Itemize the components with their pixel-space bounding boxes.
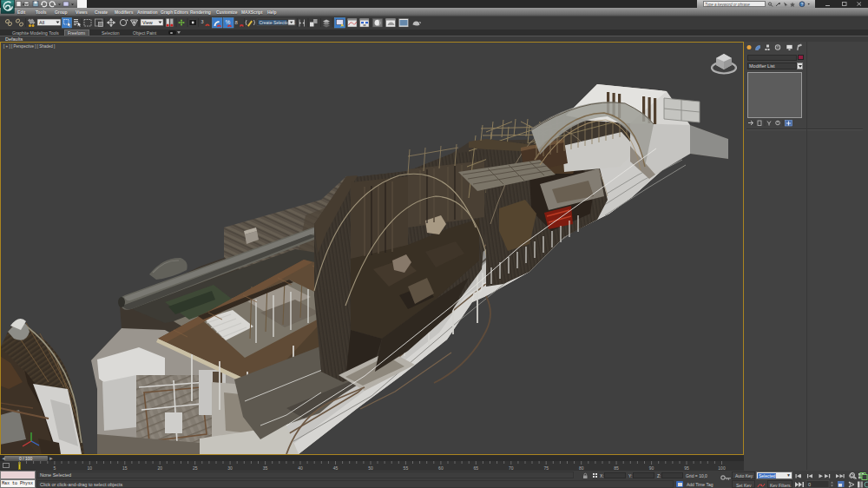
svg-text:100: 100 xyxy=(718,465,726,471)
svg-text:60: 60 xyxy=(438,465,444,471)
svg-text:%: % xyxy=(226,18,231,24)
svg-text:35: 35 xyxy=(263,465,268,471)
svg-text:25: 25 xyxy=(193,465,198,471)
svg-text:50: 50 xyxy=(368,465,373,471)
svg-text:All: All xyxy=(39,19,44,24)
svg-text:20: 20 xyxy=(157,465,162,471)
svg-text:55: 55 xyxy=(404,465,409,471)
svg-text:85: 85 xyxy=(614,465,619,471)
svg-text:70: 70 xyxy=(509,465,514,471)
svg-text:0: 0 xyxy=(808,482,811,487)
svg-text:65: 65 xyxy=(474,465,479,471)
svg-text:?: ? xyxy=(801,2,804,7)
svg-text:75: 75 xyxy=(543,465,549,471)
svg-text:8: 8 xyxy=(235,19,239,24)
svg-text:3: 3 xyxy=(201,19,204,24)
svg-text:15: 15 xyxy=(122,465,128,471)
svg-text:80: 80 xyxy=(579,465,584,471)
svg-text:90: 90 xyxy=(649,465,654,471)
svg-text:95: 95 xyxy=(684,465,689,471)
svg-text:5: 5 xyxy=(54,465,56,471)
svg-text:45: 45 xyxy=(333,465,339,471)
svg-text:10: 10 xyxy=(88,465,93,471)
svg-text:30: 30 xyxy=(227,465,233,471)
svg-text:40: 40 xyxy=(298,465,303,471)
svg-text:View: View xyxy=(142,19,153,24)
